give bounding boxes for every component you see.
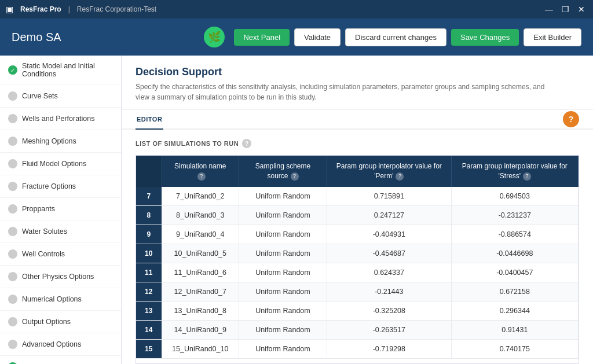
perm-val: 0.715891 xyxy=(327,187,452,206)
sim-name: 8_UniRand0_3 xyxy=(162,205,239,225)
stress-val: -0.231237 xyxy=(451,205,578,225)
sidebar-item-wells-perforations[interactable]: Wells and Perforations xyxy=(0,108,121,130)
row-num: 12 xyxy=(136,282,162,301)
sidebar-label-fluid-model: Fluid Model Options xyxy=(22,160,86,168)
table-row: 1212_UniRand0_7Uniform Random-0.214430.6… xyxy=(136,282,579,301)
stress-val: 0.296344 xyxy=(451,301,578,320)
sampling-scheme: Uniform Random xyxy=(239,301,327,320)
sidebar-label-meshing-options: Meshing Options xyxy=(22,137,76,145)
stress-val: -0.0446698 xyxy=(451,244,578,263)
sidebar-item-other-physics[interactable]: Other Physics Options xyxy=(0,266,121,288)
table-row: 1111_UniRand0_6Uniform Random0.624337-0.… xyxy=(136,263,579,282)
stress-val: 0.672158 xyxy=(451,282,578,301)
col-header-sim-name: Simulation name? xyxy=(162,156,239,187)
sidebar-item-numerical-options[interactable]: Numerical Options xyxy=(0,288,121,311)
col-help-icon-sim-name[interactable]: ? xyxy=(197,172,206,181)
sidebar-icon-wells-perforations xyxy=(8,114,17,123)
document-name: ResFrac Corporation-Test xyxy=(77,5,156,13)
sidebar-icon-advanced-options xyxy=(8,340,17,349)
sidebar-icon-static-model: ✓ xyxy=(8,65,17,75)
stress-val: 0.91431 xyxy=(451,320,578,339)
row-num: 10 xyxy=(136,244,162,263)
perm-val: -0.325208 xyxy=(327,301,452,320)
table-help-icon[interactable]: ? xyxy=(242,139,251,148)
page-title: Decision Support xyxy=(136,66,579,78)
sim-name: 15_UniRand0_10 xyxy=(162,339,239,358)
sidebar-label-curve-sets: Curve Sets xyxy=(22,92,58,100)
perm-val: -0.404931 xyxy=(327,225,452,244)
tab-editor[interactable]: EDITOR xyxy=(136,110,163,130)
row-num: 13 xyxy=(136,301,162,320)
col-help-icon-sampling-source[interactable]: ? xyxy=(291,172,299,181)
col-header-param-perm: Param group interpolator value for 'Perm… xyxy=(327,156,452,187)
sidebar-item-fluid-model[interactable]: Fluid Model Options xyxy=(0,153,121,175)
content-header: Decision Support Specify the characteris… xyxy=(122,56,593,110)
row-num: 11 xyxy=(136,263,162,282)
sidebar-icon-meshing-options xyxy=(8,137,17,146)
validate-button[interactable]: Validate xyxy=(294,28,341,46)
row-num: 7 xyxy=(136,187,162,206)
sim-name: 10_UniRand0_5 xyxy=(162,244,239,263)
minimize-button[interactable]: — xyxy=(543,5,555,14)
sidebar-icon-proppants xyxy=(8,204,17,214)
maximize-button[interactable]: ❐ xyxy=(559,5,571,14)
simulations-table-wrap[interactable]: Simulation name?Sampling scheme source?P… xyxy=(136,155,579,364)
sampling-scheme: Uniform Random xyxy=(239,263,327,282)
sidebar-icon-well-controls xyxy=(8,249,17,259)
row-num: 15 xyxy=(136,339,162,358)
row-num: 8 xyxy=(136,205,162,225)
sidebar-icon-curve-sets xyxy=(8,91,17,101)
sidebar-item-decision-support[interactable]: ✓Decision Support xyxy=(0,356,121,364)
discard-changes-button[interactable]: Discard current changes xyxy=(345,28,446,46)
perm-val: -0.263517 xyxy=(327,320,452,339)
table-row: 1515_UniRand0_10Uniform Random-0.7192980… xyxy=(136,339,579,358)
sidebar-item-well-controls[interactable]: Well Controls xyxy=(0,243,121,266)
col-header-param-stress: Param group interpolator value for 'Stre… xyxy=(451,156,578,187)
help-button[interactable]: ? xyxy=(563,111,579,127)
app-icon: ▣ xyxy=(6,5,13,14)
sidebar-item-meshing-options[interactable]: Meshing Options xyxy=(0,130,121,153)
app-header: Demo SA 🌿 Next Panel Validate Discard cu… xyxy=(0,19,593,56)
sidebar-item-output-options[interactable]: Output Options xyxy=(0,311,121,333)
col-help-icon-param-stress[interactable]: ? xyxy=(523,172,531,181)
title-separator: | xyxy=(68,5,70,13)
save-changes-button[interactable]: Save Changes xyxy=(451,29,519,46)
table-row: 1010_UniRand0_5Uniform Random-0.454687-0… xyxy=(136,244,579,263)
table-row: 99_UniRand0_4Uniform Random-0.404931-0.8… xyxy=(136,225,579,244)
sidebar-label-numerical-options: Numerical Options xyxy=(22,295,82,303)
sidebar-item-advanced-options[interactable]: Advanced Options xyxy=(0,333,121,356)
sim-name: 7_UniRand0_2 xyxy=(162,187,239,206)
next-panel-button[interactable]: Next Panel xyxy=(234,29,290,46)
close-button[interactable]: ✕ xyxy=(576,5,587,14)
sim-name: 14_UniRand0_9 xyxy=(162,320,239,339)
sim-name: 11_UniRand0_6 xyxy=(162,263,239,282)
sidebar-icon-fluid-model xyxy=(8,159,17,168)
header-actions: Next Panel Validate Discard current chan… xyxy=(234,28,581,46)
sidebar-icon-fracture-options xyxy=(8,182,17,191)
row-num: 14 xyxy=(136,320,162,339)
page-description: Specify the characteristics of this sens… xyxy=(136,82,552,102)
sidebar-label-water-solutes: Water Solutes xyxy=(22,227,67,236)
stress-val: 0.740175 xyxy=(451,339,578,358)
sidebar-item-static-model[interactable]: ✓Static Model and Initial Conditions xyxy=(0,56,121,85)
sidebar-item-fracture-options[interactable]: Fracture Options xyxy=(0,175,121,198)
col-header-sampling-source: Sampling scheme source? xyxy=(239,156,327,187)
sampling-scheme: Uniform Random xyxy=(239,187,327,206)
sidebar-label-wells-perforations: Wells and Perforations xyxy=(22,115,95,123)
exit-builder-button[interactable]: Exit Builder xyxy=(524,28,581,46)
sidebar-item-water-solutes[interactable]: Water Solutes xyxy=(0,220,121,243)
table-section: LIST OF SIMULATIONS TO RUN ? Simulation … xyxy=(122,130,593,364)
col-help-icon-param-perm[interactable]: ? xyxy=(396,172,404,181)
sampling-scheme: Uniform Random xyxy=(239,205,327,225)
sidebar-label-fracture-options: Fracture Options xyxy=(22,182,76,190)
sidebar-label-advanced-options: Advanced Options xyxy=(22,340,81,348)
main-content: Decision Support Specify the characteris… xyxy=(122,56,593,364)
sidebar: ✓Static Model and Initial ConditionsCurv… xyxy=(0,56,122,364)
app-name: ResFrac Pro xyxy=(20,5,61,13)
perm-val: -0.719298 xyxy=(327,339,452,358)
sidebar-item-proppants[interactable]: Proppants xyxy=(0,198,121,220)
sidebar-icon-numerical-options xyxy=(8,295,17,304)
sim-name: 13_UniRand0_8 xyxy=(162,301,239,320)
sidebar-item-curve-sets[interactable]: Curve Sets xyxy=(0,85,121,108)
table-row: 1313_UniRand0_8Uniform Random-0.3252080.… xyxy=(136,301,579,320)
